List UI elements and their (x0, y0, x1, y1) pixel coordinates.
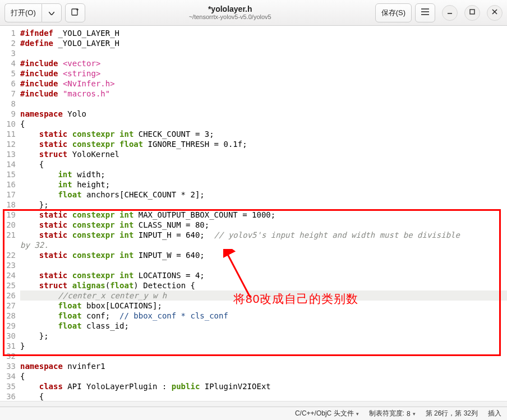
line-number: 4 (0, 58, 16, 68)
code-line[interactable]: float anchors[CHECK_COUNT * 2]; (20, 190, 507, 200)
code-line[interactable]: static constexpr int INPUT_W = 640; (20, 250, 507, 260)
code-line[interactable] (20, 351, 507, 361)
code-token: float (58, 190, 81, 199)
code-line[interactable]: static constexpr int CHECK_COUNT = 3; (20, 129, 507, 139)
code-token: float (58, 321, 81, 330)
code-token (67, 271, 72, 280)
code-token: API YoloLayerPlugin : (63, 382, 172, 391)
cursor-position[interactable]: 第 26行，第 32列 (426, 409, 478, 418)
code-line[interactable]: { (20, 371, 507, 381)
code-line[interactable]: #include <string> (20, 68, 507, 79)
insert-mode-text: 插入 (488, 409, 501, 418)
code-line[interactable]: static constexpr int INPUT_H = 640; // y… (20, 230, 507, 240)
line-number: 9 (0, 109, 16, 119)
code-line[interactable]: static constexpr int CLASS_NUM = 80; (20, 220, 507, 230)
code-line[interactable]: #include "macros.h" (20, 89, 507, 99)
code-token: int (119, 251, 133, 260)
line-number: 14 (0, 159, 16, 169)
code-token: int (58, 170, 72, 179)
tab-width-value: 8 (407, 410, 411, 418)
code-token: { (20, 160, 44, 169)
code-line[interactable]: { (20, 159, 507, 169)
code-line[interactable]: class API YoloLayerPlugin : public IPlug… (20, 381, 507, 391)
code-line[interactable] (20, 99, 507, 109)
tab-width-selector[interactable]: 制表符宽度: 8 ▾ (369, 409, 416, 418)
code-token: static (39, 271, 68, 280)
horizontal-scrollbar[interactable] (0, 401, 507, 407)
code-line[interactable]: #include <vector> (20, 58, 507, 68)
code-token: } (20, 341, 25, 350)
code-line[interactable]: #define _YOLO_LAYER_H (20, 38, 507, 48)
code-token: { (20, 392, 44, 401)
code-line[interactable]: float bbox[LOCATIONS]; (20, 301, 507, 311)
code-token: #ifndef (20, 29, 53, 38)
code-line[interactable]: } (20, 341, 507, 351)
code-token (58, 59, 62, 68)
code-line[interactable] (20, 48, 507, 58)
code-line[interactable]: int height; (20, 179, 507, 190)
line-number: 18 (0, 200, 16, 210)
line-number: 5 (0, 68, 16, 79)
code-token: //center_x center_y w h (58, 291, 167, 300)
code-line[interactable]: #ifndef _YOLO_LAYER_H (20, 28, 507, 38)
code-line[interactable]: int width; (20, 169, 507, 179)
code-content[interactable]: #ifndef _YOLO_LAYER_H#define _YOLO_LAYER… (18, 26, 507, 401)
open-button[interactable]: 打开(O) (4, 3, 42, 22)
code-line[interactable]: }; (20, 331, 507, 341)
code-line[interactable]: static constexpr int MAX_OUTPUT_BBOX_COU… (20, 210, 507, 220)
code-token: static (39, 220, 68, 229)
line-number: 16 (0, 179, 16, 190)
line-number: 28 (0, 311, 16, 321)
code-line[interactable]: { (20, 119, 507, 129)
code-token (20, 301, 58, 310)
code-token: static (39, 230, 68, 239)
line-number: 23 (0, 260, 16, 270)
code-token: int (119, 130, 133, 139)
open-recent-dropdown[interactable] (42, 3, 62, 22)
code-token: nvinfer1 (63, 362, 105, 371)
window-maximize-button[interactable] (464, 5, 480, 21)
file-type-selector[interactable]: C/C++/ObjC 头文件 ▾ (295, 409, 359, 418)
line-number: 36 (0, 391, 16, 401)
code-line[interactable] (20, 260, 507, 270)
code-token (115, 251, 119, 260)
code-token: constexpr (72, 130, 115, 139)
line-number: 25 (0, 280, 16, 290)
code-token (20, 210, 39, 219)
code-token: namespace (20, 109, 63, 118)
hamburger-menu-button[interactable] (415, 3, 435, 22)
code-line[interactable]: struct alignas(float) Detection { (20, 280, 507, 290)
code-line[interactable]: #include <NvInfer.h> (20, 79, 507, 89)
code-token (20, 140, 39, 149)
code-line[interactable]: namespace nvinfer1 (20, 361, 507, 371)
code-token: int (119, 271, 133, 280)
line-number: 34 (0, 371, 16, 381)
line-number: 8 (0, 99, 16, 109)
code-token: height; (72, 180, 110, 189)
code-line[interactable]: { (20, 391, 507, 401)
insert-mode[interactable]: 插入 (488, 409, 501, 418)
code-token: float (58, 301, 81, 310)
line-number: 33 (0, 361, 16, 371)
code-editor[interactable]: 1234567891011121314151617181920212223242… (0, 26, 507, 401)
code-line[interactable]: float conf; // bbox_conf * cls_conf (20, 311, 507, 321)
code-line[interactable]: by 32. (20, 240, 507, 250)
code-token: bbox[LOCATIONS]; (82, 301, 162, 310)
code-line[interactable]: //center_x center_y w h (20, 290, 507, 301)
new-tab-button[interactable] (65, 3, 85, 22)
code-line[interactable]: namespace Yolo (20, 109, 507, 119)
code-token: static (39, 140, 68, 149)
code-line[interactable]: }; (20, 200, 507, 210)
code-token: #include (20, 79, 58, 88)
code-line[interactable]: static constexpr float IGNORE_THRESH = 0… (20, 139, 507, 149)
code-token: float (110, 281, 133, 290)
window-close-button[interactable] (487, 5, 503, 21)
code-line[interactable]: float class_id; (20, 321, 507, 331)
save-button[interactable]: 保存(S) (375, 3, 412, 22)
code-line[interactable]: static constexpr int LOCATIONS = 4; (20, 270, 507, 280)
code-line[interactable]: struct YoloKernel (20, 149, 507, 159)
code-token (67, 251, 72, 260)
code-token: int (119, 210, 133, 219)
window-minimize-button[interactable] (442, 5, 458, 21)
code-token (115, 140, 119, 149)
